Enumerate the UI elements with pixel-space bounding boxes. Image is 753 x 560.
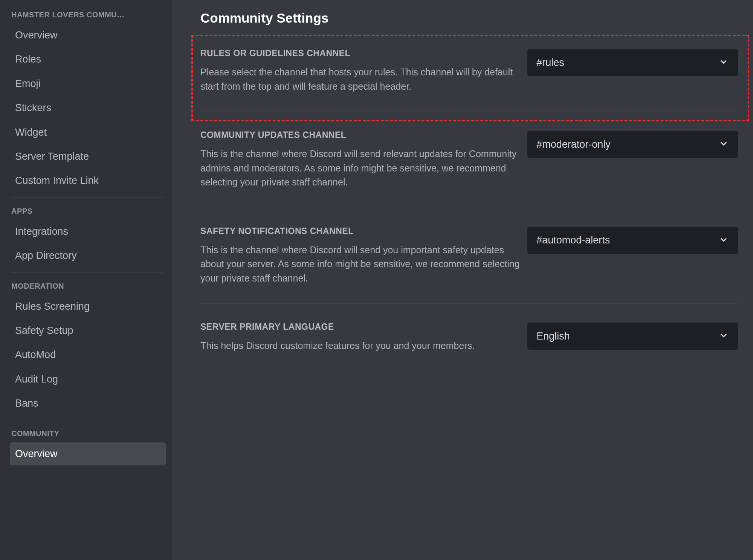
chevron-down-icon [718,330,729,342]
content-divider [200,112,738,112]
sidebar-item-custom-invite-link[interactable]: Custom Invite Link [10,169,166,192]
sidebar-divider [11,272,163,273]
settings-sidebar: HAMSTER LOVERS COMMU… Overview Roles Emo… [0,0,172,560]
sidebar-item-community-overview[interactable]: Overview [10,442,166,465]
sidebar-item-bans[interactable]: Bans [10,392,166,415]
sidebar-item-automod[interactable]: AutoMod [10,343,166,366]
content-divider [200,303,738,304]
chevron-down-icon [718,57,729,69]
page-title: Community Settings [200,11,753,26]
sidebar-item-audit-log[interactable]: Audit Log [10,368,166,390]
setting-community-updates-channel: COMMUNITY UPDATES CHANNEL This is the ch… [200,130,753,190]
setting-text: RULES OR GUIDELINES CHANNEL Please selec… [200,48,527,93]
sidebar-item-emoji[interactable]: Emoji [10,72,166,95]
setting-text: COMMUNITY UPDATES CHANNEL This is the ch… [200,130,527,190]
sidebar-divider [11,420,163,420]
setting-text: SERVER PRIMARY LANGUAGE This helps Disco… [200,322,527,353]
app-root: HAMSTER LOVERS COMMU… Overview Roles Emo… [0,0,753,560]
setting-description: Please select the channel that hosts you… [200,65,520,93]
rules-channel-select[interactable]: #rules [527,49,738,76]
setting-title: COMMUNITY UPDATES CHANNEL [200,130,520,140]
content-divider [200,208,738,208]
setting-description: This is the channel where Discord will s… [200,147,520,190]
select-value: #rules [536,57,564,69]
chevron-down-icon [718,138,729,150]
setting-safety-notifications-channel: SAFETY NOTIFICATIONS CHANNEL This is the… [200,226,753,286]
select-value: #moderator-only [536,139,611,150]
setting-title: SAFETY NOTIFICATIONS CHANNEL [200,226,520,236]
sidebar-item-roles[interactable]: Roles [10,48,166,70]
setting-text: SAFETY NOTIFICATIONS CHANNEL This is the… [200,226,527,286]
safety-notifications-channel-select[interactable]: #automod-alerts [527,227,738,254]
setting-title: SERVER PRIMARY LANGUAGE [200,322,520,332]
setting-server-primary-language: SERVER PRIMARY LANGUAGE This helps Disco… [200,322,753,353]
community-updates-channel-select[interactable]: #moderator-only [527,131,738,158]
sidebar-section-moderation: MODERATION [10,280,166,295]
chevron-down-icon [718,234,729,246]
setting-description: This helps Discord customize features fo… [200,339,520,353]
sidebar-item-safety-setup[interactable]: Safety Setup [10,319,166,342]
sidebar-item-widget[interactable]: Widget [10,121,166,144]
sidebar-item-server-template[interactable]: Server Template [10,145,166,168]
sidebar-item-rules-screening[interactable]: Rules Screening [10,295,166,318]
sidebar-divider [11,197,163,198]
main-content: Community Settings RULES OR GUIDELINES C… [172,0,753,560]
sidebar-item-integrations[interactable]: Integrations [10,220,166,243]
select-value: #automod-alerts [536,234,610,246]
server-primary-language-select[interactable]: English [527,323,738,350]
setting-title: RULES OR GUIDELINES CHANNEL [200,48,520,58]
setting-rules-channel: RULES OR GUIDELINES CHANNEL Please selec… [200,48,753,93]
select-value: English [536,330,570,342]
sidebar-item-overview[interactable]: Overview [10,24,166,46]
server-name-header: HAMSTER LOVERS COMMU… [10,11,166,24]
sidebar-item-stickers[interactable]: Stickers [10,96,166,119]
sidebar-section-apps: APPS [10,205,166,220]
sidebar-section-community: COMMUNITY [10,427,166,442]
setting-description: This is the channel where Discord will s… [200,243,520,286]
sidebar-item-app-directory[interactable]: App Directory [10,244,166,267]
